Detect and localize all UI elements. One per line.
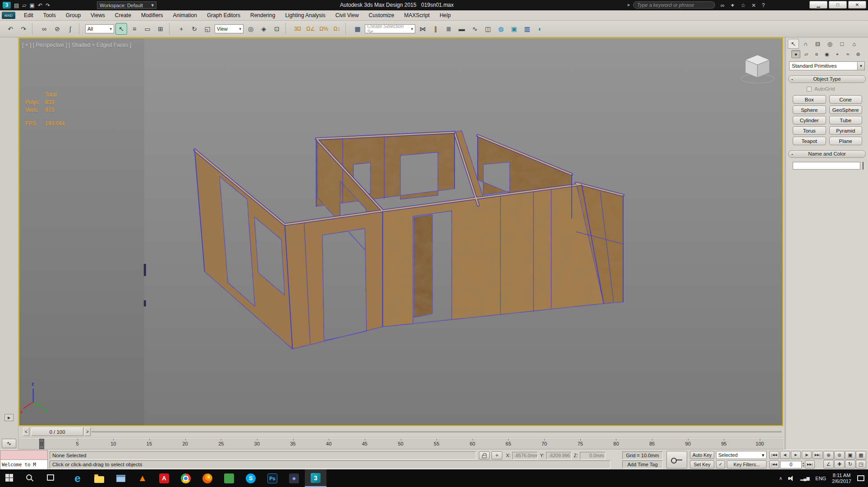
set-keys-button[interactable] [666,451,687,469]
language-indicator[interactable]: ENG [815,476,826,481]
selection-lock-toggle[interactable] [479,451,490,459]
mini-curve-editor-button[interactable]: ∿ [2,439,16,448]
material-editor-icon[interactable]: ◍ [495,23,507,35]
perspective-viewport[interactable]: [ + ] [ Perspective ] [ Shaded + Edged F… [18,37,783,426]
select-object-icon[interactable]: ↖ [115,23,127,35]
chrome-icon[interactable] [175,469,197,487]
percent-snap-icon[interactable]: Ω% [318,23,330,35]
maxscript-mini-listener[interactable]: Welcome to M [0,450,48,470]
menu-views[interactable]: Views [86,10,110,20]
use-pivot-center-icon[interactable]: ◎ [245,23,257,35]
field-of-view-icon[interactable]: ∠ [823,460,834,469]
align-icon[interactable]: ∥ [430,23,441,35]
skype-icon[interactable]: S [240,469,262,487]
object-type-box[interactable]: Box [793,95,826,104]
close-button[interactable]: ✕ [848,1,866,9]
vlc-icon[interactable]: ▲ [132,469,153,487]
category-geometry[interactable]: ● [791,50,800,58]
category-shapes[interactable]: ▱ [802,50,811,58]
selection-filter-dropdown[interactable]: All▾ [85,24,114,33]
zoom-icon[interactable]: ⊕ [823,451,834,459]
pan-icon[interactable]: ✚ [834,460,845,469]
angle-snap-icon[interactable]: Ω∠ [305,23,317,35]
house-framing-model[interactable] [19,38,782,425]
tab-create[interactable]: ↖ [788,39,799,49]
time-slider-track[interactable] [92,431,781,432]
listener-pane[interactable]: Welcome to M [0,460,48,470]
green-app-icon[interactable] [218,469,240,487]
tab-motion[interactable]: ◎ [824,39,836,49]
spinner-down-icon[interactable]: ▾ [803,464,804,467]
redo-icon[interactable]: ↷ [46,3,50,8]
selection-region-icon[interactable]: ▭ [142,23,153,35]
zoom-extents-icon[interactable]: ▣ [845,451,855,459]
3ds-max-icon[interactable]: 3 [305,469,326,487]
time-slider[interactable]: < 0 / 100 > [18,426,783,438]
photoshop-icon[interactable]: Ps [262,469,283,487]
select-and-rotate-icon[interactable]: ↻ [188,23,200,35]
key-filters-button[interactable]: Key Filters... [727,460,767,469]
go-to-start-button[interactable]: |◀◀ [769,460,779,469]
select-and-manipulate-icon[interactable]: ◈ [258,23,270,35]
zoom-extents-all-icon[interactable]: ▦ [856,451,866,459]
category-cameras[interactable]: ◉ [822,50,831,58]
acrobat-icon[interactable]: A [153,469,175,487]
curve-editor-icon[interactable]: ∿ [469,23,481,35]
app-window-icon[interactable] [110,469,132,487]
time-slider-prev-button[interactable]: < [23,427,29,436]
save-file-icon[interactable]: ▣ [30,3,35,8]
go-to-end-button[interactable]: ▶▶| [813,451,822,459]
set-key-button[interactable]: Set Key [690,460,714,469]
search-input[interactable] [633,1,715,9]
named-selection-dropdown[interactable]: Create Selection Se▾ [365,24,415,33]
orbit-icon[interactable]: ↻ [845,460,855,469]
rendered-frame-icon[interactable]: ▥ [521,23,533,35]
previous-frame-button[interactable]: ◀| [780,451,790,459]
object-color-swatch[interactable] [863,162,863,170]
snap-toggle-icon[interactable]: 3Ω [292,23,303,35]
favorites-icon[interactable]: ☆ [741,2,746,9]
help-icon[interactable]: ? [762,2,765,9]
key-set-dropdown[interactable]: Selected ▾ [716,451,767,459]
schematic-view-icon[interactable]: ◫ [482,23,494,35]
time-slider-next-button[interactable]: > [84,427,91,436]
key-filter-check-icon[interactable]: ✓ [716,460,725,469]
macro-recorder-pane[interactable] [0,450,48,460]
window-crossing-icon[interactable]: ⊞ [155,23,166,35]
frame-spinner[interactable]: ▴ ▾ [803,462,804,467]
menu-create[interactable]: Create [110,10,136,20]
tab-utilities[interactable]: ⌂ [849,39,860,49]
tab-modify[interactable]: ∩ [800,39,811,49]
select-and-move-icon[interactable]: + [175,23,187,35]
undo-icon[interactable]: ↶ [38,3,42,8]
viewport-layout-tab-button[interactable]: ▶ [5,414,14,421]
menu-maxscript[interactable]: MAXScript [399,10,435,20]
undo-icon[interactable]: ↶ [5,23,16,35]
x-field[interactable]: -8576.0mm [512,452,538,459]
start-button[interactable] [5,474,13,482]
object-type-torus[interactable]: Torus [793,126,826,135]
hidden-icons-caret[interactable]: ∧ [779,476,782,481]
keyboard-override-icon[interactable]: ⊡ [271,23,283,35]
menu-tools[interactable]: Tools [38,10,61,20]
category-helpers[interactable]: + [833,50,842,58]
infocenter-collapse-icon[interactable]: ▸ [628,2,630,8]
track-bar[interactable]: 0510152025303540455055606570758085909510… [18,438,783,450]
mirror-icon[interactable]: ⋈ [417,23,428,35]
volume-icon[interactable] [788,476,795,481]
workspace-dropdown[interactable]: Workspace: Default ▾ [97,1,156,9]
file-explorer-icon[interactable] [88,469,110,487]
menu-graph-editors[interactable]: Graph Editors [202,10,245,20]
network-icon[interactable]: ▂▄▆ [800,476,809,481]
object-type-cylinder[interactable]: Cylinder [793,116,826,124]
firefox-icon[interactable] [197,469,218,487]
y-field[interactable]: -6209.996 [546,452,572,459]
object-type-cone[interactable]: Cone [829,95,863,104]
object-type-tube[interactable]: Tube [829,116,863,124]
category-space-warps[interactable]: ≈ [843,50,852,58]
menu-edit[interactable]: Edit [19,10,38,20]
app-logo[interactable]: 3 [3,2,11,9]
maximize-viewport-toggle-icon[interactable]: ◳ [856,460,866,469]
object-type-teapot[interactable]: Teapot [793,137,826,145]
bind-to-space-warp-icon[interactable]: ∫ [64,23,76,35]
